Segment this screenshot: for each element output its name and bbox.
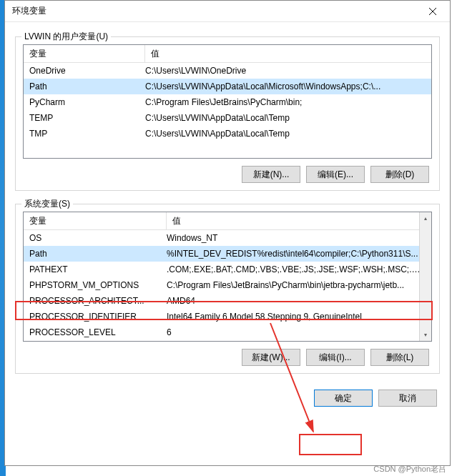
- table-row[interactable]: PHPSTORM_VM_OPTIONSC:\Program Files\JetB…: [24, 277, 431, 293]
- table-row[interactable]: OneDriveC:\Users\LVWIN\OneDrive: [24, 63, 431, 79]
- col-header-val[interactable]: 值: [145, 45, 431, 63]
- footer-buttons: 确定 取消: [15, 390, 440, 407]
- table-header: 变量 值: [24, 212, 431, 230]
- sys-vars-group: 系统变量(S) 变量 值 OSWindows_NT Path%INTEL_DEV…: [15, 204, 440, 374]
- ok-button[interactable]: 确定: [314, 390, 373, 407]
- edit-sys-var-button[interactable]: 编辑(I)...: [306, 349, 365, 366]
- sys-vars-table[interactable]: 变量 值 OSWindows_NT Path%INTEL_DEV_REDIST%…: [23, 212, 432, 342]
- table-row[interactable]: OSWindows_NT: [24, 230, 431, 246]
- cancel-button[interactable]: 取消: [378, 390, 437, 407]
- watermark: CSDN @Python老吕: [373, 464, 446, 475]
- col-header-val[interactable]: 值: [167, 212, 431, 230]
- edit-user-var-button[interactable]: 编辑(E)...: [306, 166, 365, 183]
- dialog-title: 环境变量: [12, 5, 46, 17]
- table-row[interactable]: PROCESSOR_IDENTIFIERIntel64 Family 6 Mod…: [24, 309, 431, 324]
- table-row[interactable]: PathC:\Users\LVWIN\AppData\Local\Microso…: [24, 79, 431, 94]
- table-row[interactable]: TEMPC:\Users\LVWIN\AppData\Local\Temp: [24, 110, 431, 126]
- delete-user-var-button[interactable]: 删除(D): [370, 166, 429, 183]
- user-vars-legend: LVWIN 的用户变量(U): [21, 31, 111, 43]
- sys-vars-buttons: 新建(W)... 编辑(I)... 删除(L): [23, 349, 432, 366]
- delete-sys-var-button[interactable]: 删除(L): [370, 349, 429, 366]
- sys-vars-body: OSWindows_NT Path%INTEL_DEV_REDIST%redis…: [24, 230, 431, 340]
- close-icon: [429, 8, 436, 15]
- table-row[interactable]: PROCESSOR_LEVEL6: [24, 324, 431, 340]
- table-row[interactable]: Path%INTEL_DEV_REDIST%redist\intel64\com…: [24, 246, 431, 262]
- col-header-var[interactable]: 变量: [24, 212, 167, 230]
- scrollbar[interactable]: ▴ ▾: [419, 212, 431, 341]
- scroll-down-icon[interactable]: ▾: [420, 329, 431, 341]
- user-vars-table[interactable]: 变量 值 OneDriveC:\Users\LVWIN\OneDrive Pat…: [23, 44, 432, 159]
- env-vars-dialog: 环境变量 LVWIN 的用户变量(U) 变量 值 OneDriveC:\User…: [4, 0, 451, 466]
- close-button[interactable]: [417, 1, 448, 21]
- table-row[interactable]: PATHEXT.COM;.EXE;.BAT;.CMD;.VBS;.VBE;.JS…: [24, 262, 431, 277]
- table-row[interactable]: TMPC:\Users\LVWIN\AppData\Local\Temp: [24, 126, 431, 142]
- table-header: 变量 值: [24, 45, 431, 63]
- table-row[interactable]: PROCESSOR_ARCHITECT...AMD64: [24, 293, 431, 309]
- table-row[interactable]: PyCharmC:\Program Files\JetBrains\PyChar…: [24, 94, 431, 110]
- dialog-body: LVWIN 的用户变量(U) 变量 值 OneDriveC:\Users\LVW…: [5, 22, 450, 415]
- user-vars-group: LVWIN 的用户变量(U) 变量 值 OneDriveC:\Users\LVW…: [15, 36, 440, 191]
- titlebar: 环境变量: [5, 1, 450, 22]
- new-sys-var-button[interactable]: 新建(W)...: [242, 349, 300, 366]
- col-header-var[interactable]: 变量: [24, 45, 145, 63]
- user-vars-body: OneDriveC:\Users\LVWIN\OneDrive PathC:\U…: [24, 63, 431, 142]
- sys-vars-legend: 系统变量(S): [21, 198, 73, 210]
- scroll-up-icon[interactable]: ▴: [420, 212, 431, 224]
- new-user-var-button[interactable]: 新建(N)...: [242, 166, 300, 183]
- user-vars-buttons: 新建(N)... 编辑(E)... 删除(D): [23, 166, 432, 183]
